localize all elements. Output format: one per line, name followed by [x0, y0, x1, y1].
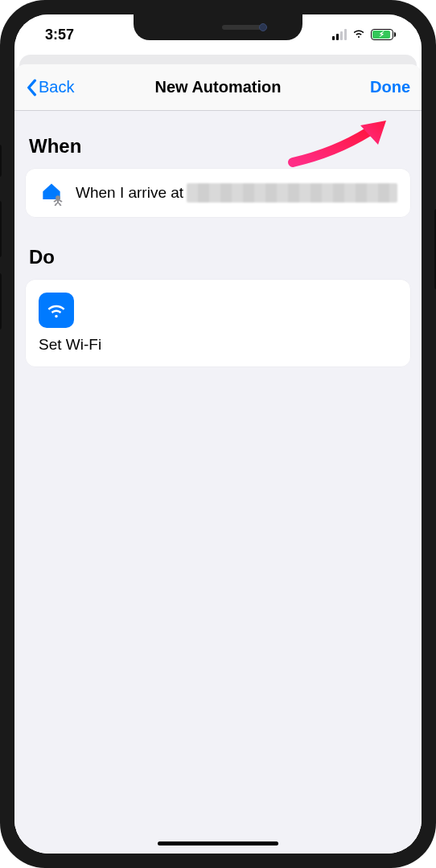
when-section-header: When — [29, 135, 407, 158]
cellular-signal-icon — [332, 29, 347, 40]
front-camera — [259, 23, 267, 31]
wifi-action-icon — [39, 293, 74, 328]
when-trigger-card[interactable]: When I arrive at — [26, 169, 410, 217]
back-label: Back — [39, 78, 74, 96]
home-indicator[interactable] — [158, 841, 278, 845]
screen: 3:57 ⚡︎ — [14, 14, 422, 854]
side-button-vol-down — [0, 273, 2, 330]
navigation-bar: Back New Automation Done — [14, 64, 422, 111]
side-button-vol-up — [0, 201, 2, 257]
when-trigger-text: When I arrive at — [76, 183, 397, 203]
arrive-home-icon — [39, 180, 64, 206]
when-trigger-prefix: When I arrive at — [76, 184, 183, 202]
phone-frame: 3:57 ⚡︎ — [0, 0, 436, 868]
side-button-mute — [0, 145, 2, 177]
svg-rect-1 — [57, 200, 59, 203]
speaker-grille — [222, 25, 264, 30]
done-button[interactable]: Done — [370, 78, 410, 96]
status-icons: ⚡︎ — [332, 26, 399, 44]
chevron-left-icon — [26, 79, 37, 96]
do-action-label: Set Wi-Fi — [39, 336, 397, 354]
notch — [134, 14, 302, 40]
status-time: 3:57 — [37, 27, 74, 43]
sheet-stack: Back New Automation Done When — [14, 55, 422, 854]
page-title: New Automation — [14, 78, 422, 96]
content-area: When When I arrive at — [14, 111, 422, 854]
done-label: Done — [370, 78, 410, 96]
battery-charging-icon: ⚡︎ — [371, 29, 396, 40]
wifi-status-icon — [352, 26, 366, 44]
do-section-header: Do — [29, 246, 407, 268]
location-redacted — [187, 183, 397, 203]
modal-sheet: Back New Automation Done When — [14, 64, 422, 854]
do-action-card[interactable]: Set Wi-Fi — [26, 280, 410, 366]
back-button[interactable]: Back — [26, 78, 74, 96]
